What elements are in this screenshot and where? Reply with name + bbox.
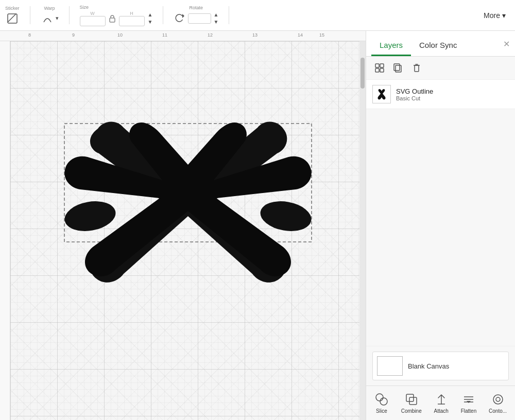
ruler-mark-8: 8 xyxy=(28,32,31,38)
svg-point-5 xyxy=(62,198,118,235)
size-down-btn[interactable]: ▼ xyxy=(148,19,153,26)
lock-aspect-btn[interactable] xyxy=(108,13,117,24)
svg-rect-10 xyxy=(380,68,384,72)
attach-button[interactable]: Attach xyxy=(430,390,453,416)
panel-close-btn[interactable]: ✕ xyxy=(503,39,510,48)
slice-icon xyxy=(374,392,389,407)
blank-canvas-label: Blank Canvas xyxy=(408,362,449,370)
svg-rect-0 xyxy=(8,14,17,23)
svg-rect-9 xyxy=(375,68,379,72)
contour-button[interactable]: Conto... xyxy=(485,390,511,416)
blank-canvas-item[interactable]: Blank Canvas xyxy=(372,352,509,380)
flatten-label: Flatten xyxy=(461,408,477,414)
warp-btn[interactable] xyxy=(41,12,54,25)
blank-canvas-thumbnail xyxy=(377,356,403,376)
tab-color-sync[interactable]: Color Sync xyxy=(411,36,465,56)
svg-point-16 xyxy=(376,394,383,401)
canvas-area[interactable]: 8 9 10 11 12 13 14 15 xyxy=(0,31,366,420)
scrollbar-thumb xyxy=(360,58,365,89)
flatten-icon xyxy=(461,392,476,407)
rotate-btn[interactable] xyxy=(174,12,186,25)
size-section: Size W H ▲ ▼ xyxy=(80,5,153,26)
canvas-scrollbar[interactable] xyxy=(359,41,366,420)
contour-label: Conto... xyxy=(489,408,507,414)
ruler-top: 8 9 10 11 12 13 14 15 xyxy=(0,31,366,41)
svg-marker-3 xyxy=(182,14,184,18)
ruler-mark-10: 10 xyxy=(117,32,123,38)
flatten-button[interactable]: Flatten xyxy=(457,390,481,416)
blank-canvas-section: Blank Canvas xyxy=(366,346,515,386)
ruler-mark-15: 15 xyxy=(319,32,324,38)
tab-layers[interactable]: Layers xyxy=(371,36,411,56)
svg-point-17 xyxy=(380,398,387,405)
divider-3 xyxy=(163,6,163,24)
svg-rect-7 xyxy=(375,64,379,67)
svg-rect-12 xyxy=(394,64,400,71)
slice-label: Slice xyxy=(376,408,387,414)
svg-point-25 xyxy=(493,395,503,404)
rotate-label: Rotate xyxy=(190,5,203,10)
rotate-input[interactable] xyxy=(188,13,211,24)
size-label: Size xyxy=(80,5,89,10)
sticker-label: Sticker xyxy=(5,6,20,11)
duplicate-btn[interactable] xyxy=(391,61,405,75)
layer-type: Basic Cut xyxy=(396,95,509,101)
slice-button[interactable]: Slice xyxy=(370,390,393,416)
divider-2 xyxy=(69,6,70,24)
panel-toolbar xyxy=(366,57,515,80)
panel-spacer xyxy=(366,109,515,346)
ruler-mark-12: 12 xyxy=(208,32,213,38)
more-button[interactable]: More ▾ xyxy=(479,9,510,22)
ruler-mark-9: 9 xyxy=(72,32,75,38)
divider-4 xyxy=(229,6,229,24)
divider-1 xyxy=(30,6,30,24)
right-panel: Layers Color Sync ✕ SVG Outli xyxy=(366,31,515,420)
top-toolbar: Sticker Warp ▾ Size W xyxy=(0,0,515,31)
more-label: More xyxy=(484,11,500,20)
ruler-mark-14: 14 xyxy=(298,32,303,38)
panel-actions: Slice Combine Attach Flatten xyxy=(366,386,515,420)
svg-shape xyxy=(36,67,335,290)
group-btn[interactable] xyxy=(372,61,387,75)
combine-button[interactable]: Combine xyxy=(397,390,426,416)
warp-label: Warp xyxy=(44,6,55,11)
ruler-left xyxy=(0,41,10,420)
combine-label: Combine xyxy=(401,408,422,414)
rotate-down-btn[interactable]: ▼ xyxy=(213,19,218,26)
contour-icon xyxy=(491,392,505,407)
rotate-up-btn[interactable]: ▲ xyxy=(213,11,218,19)
delete-btn[interactable] xyxy=(409,61,424,75)
svg-rect-8 xyxy=(380,64,384,67)
attach-label: Attach xyxy=(434,408,449,414)
size-up-btn[interactable]: ▲ xyxy=(148,11,153,19)
svg-rect-13 xyxy=(415,65,419,72)
more-chevron-icon: ▾ xyxy=(502,11,506,20)
canvas-grid xyxy=(10,41,366,420)
warp-section: Warp ▾ xyxy=(41,6,59,25)
layer-thumbnail xyxy=(372,85,391,103)
svg-line-1 xyxy=(8,14,16,22)
ruler-mark-13: 13 xyxy=(252,32,258,38)
panel-tabs: Layers Color Sync ✕ xyxy=(366,31,515,57)
main-layout: 8 9 10 11 12 13 14 15 xyxy=(0,31,515,420)
svg-rect-2 xyxy=(110,18,115,22)
sticker-section: Sticker xyxy=(5,6,20,25)
svg-rect-4 xyxy=(64,124,312,242)
layer-item[interactable]: SVG Outline Basic Cut xyxy=(366,80,515,109)
layer-name: SVG Outline xyxy=(396,87,509,95)
svg-rect-11 xyxy=(396,65,401,72)
svg-point-26 xyxy=(496,397,500,401)
svg-point-6 xyxy=(258,198,314,235)
sticker-btn[interactable] xyxy=(6,12,19,25)
combine-icon xyxy=(404,392,419,407)
layer-info: SVG Outline Basic Cut xyxy=(396,87,509,101)
ruler-mark-11: 11 xyxy=(162,32,167,38)
width-input[interactable] xyxy=(80,16,106,26)
attach-icon xyxy=(434,392,449,407)
height-input[interactable] xyxy=(119,16,145,26)
rotate-section: Rotate ▲ ▼ xyxy=(174,5,218,26)
